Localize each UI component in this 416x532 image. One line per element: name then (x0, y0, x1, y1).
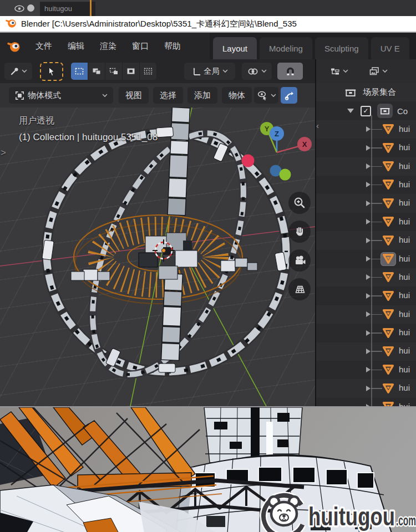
expand-arrow-icon[interactable] (366, 367, 371, 372)
tool-settings-button[interactable] (4, 63, 32, 80)
outliner-item[interactable]: hui (316, 194, 416, 212)
outliner-item-label: hui (399, 217, 410, 226)
visibility-dropdown[interactable] (254, 87, 278, 104)
outliner-item[interactable]: hui (316, 361, 416, 379)
mode-dropdown[interactable]: 物体模式 (9, 87, 113, 104)
select-mode-new[interactable] (71, 63, 88, 80)
outliner-item[interactable]: hui (316, 398, 416, 406)
expand-arrow-icon[interactable] (366, 293, 371, 299)
menu-file[interactable]: 文件 (28, 41, 60, 52)
select-mode-extend[interactable] (88, 63, 105, 80)
editor-divider[interactable] (315, 59, 316, 406)
scene-collection-row[interactable]: 场景集合 (316, 83, 416, 101)
outliner-item[interactable]: hui (316, 324, 416, 342)
tool-icon (10, 67, 19, 76)
menu-help[interactable]: 帮助 (156, 41, 189, 52)
pivot-icon (247, 67, 258, 76)
watermark-brand-text: huitugou (308, 502, 395, 531)
tab-uv-editing[interactable]: UV E (371, 37, 409, 59)
transform-orientation-button[interactable]: 全局 (184, 63, 235, 80)
viewport-canvas[interactable]: Y Z X 用户透视 (1) Collection | huitugou.535… (0, 108, 315, 406)
menu-edit[interactable]: 编辑 (60, 41, 92, 52)
expand-arrow-icon[interactable] (366, 201, 371, 206)
menu-view[interactable]: 视图 (119, 87, 149, 104)
background-window-strip: huitugou (0, 0, 416, 16)
outliner-item[interactable]: hui (316, 176, 416, 194)
toolbar-expand-arrow[interactable]: > (1, 147, 6, 158)
collection-row[interactable]: ✓ Co (316, 101, 416, 120)
outliner-filter-button[interactable] (362, 63, 394, 80)
collection-checkbox[interactable]: ✓ (361, 106, 371, 116)
chevron-down-icon (22, 69, 27, 73)
outliner-item[interactable]: hui (316, 305, 416, 324)
scene-3d-drawing: Y Z X (0, 108, 315, 406)
chevron-down-icon (102, 94, 108, 98)
outliner-item-label: hui (399, 383, 410, 392)
menu-object[interactable]: 物体 (222, 87, 252, 104)
outliner-item[interactable]: hui (316, 268, 416, 287)
tab-layout[interactable]: Layout (213, 37, 257, 59)
mesh-icon (382, 161, 394, 172)
expand-arrow-icon[interactable] (366, 256, 371, 262)
expand-arrow-icon[interactable] (366, 219, 371, 224)
chevron-down-icon (261, 69, 267, 73)
tab-modeling[interactable]: Modeling (260, 37, 312, 59)
cursor-icon (46, 66, 57, 77)
chevron-down-icon (222, 69, 228, 73)
expand-arrow-icon[interactable] (366, 330, 371, 336)
outliner-item[interactable]: hui (316, 157, 416, 176)
menu-select[interactable]: 选择 (153, 87, 183, 104)
select-mode-intersect[interactable] (140, 63, 156, 80)
outliner-item-label: hui (399, 235, 410, 244)
select-mode-invert[interactable] (123, 63, 140, 80)
expand-arrow-icon[interactable] (366, 274, 371, 280)
outliner-item[interactable]: hui (316, 120, 416, 139)
expand-arrow-icon[interactable] (366, 238, 371, 243)
mesh-icon (382, 328, 394, 339)
camera-view-button[interactable] (288, 249, 311, 272)
ortho-toggle-button[interactable] (288, 278, 311, 300)
outliner-item-label: hui (399, 309, 410, 319)
background-window-tab[interactable]: huitugou (40, 2, 95, 16)
outliner-item[interactable]: hui (316, 213, 416, 231)
axis-y-neg-ball[interactable] (280, 169, 291, 181)
outliner-item[interactable]: hui (316, 139, 416, 157)
select-mode-subtract[interactable] (105, 63, 123, 80)
expand-arrow-icon[interactable] (366, 349, 371, 354)
outliner-item[interactable]: hui (316, 287, 416, 305)
outliner-item[interactable]: hui (316, 231, 416, 249)
render-preview: huitugou .com (0, 406, 416, 532)
camera-icon (293, 254, 306, 267)
expand-arrow-icon[interactable] (366, 311, 371, 317)
outliner-item[interactable]: hui (316, 379, 416, 397)
gizmo-toggle[interactable] (281, 87, 297, 104)
disclosure-triangle-icon[interactable] (347, 109, 354, 113)
pan-button[interactable] (288, 221, 311, 243)
outliner-item[interactable]: hui (316, 342, 416, 360)
menu-render[interactable]: 渲染 (92, 41, 124, 52)
expand-arrow-icon[interactable] (366, 182, 371, 187)
expand-arrow-icon[interactable] (366, 145, 371, 151)
active-tool-select[interactable] (40, 62, 63, 81)
outliner-item-list: huihuihuihuihuihuihuihuihuihuihuihuihuih… (316, 120, 416, 406)
snap-toggle-button[interactable] (277, 63, 303, 80)
expand-arrow-icon[interactable] (366, 126, 371, 132)
zoom-button[interactable] (288, 192, 311, 214)
tab-sculpting[interactable]: Sculpting (315, 37, 368, 59)
outliner-display-mode-button[interactable] (324, 63, 354, 80)
mesh-icon (382, 142, 394, 154)
axis-x-neg-ball[interactable] (242, 155, 255, 167)
blender-menu-icon[interactable] (7, 39, 21, 55)
expand-arrow-icon[interactable] (366, 386, 371, 391)
outliner-item[interactable]: hui (316, 250, 416, 268)
topbar: 文件 编辑 渲染 窗口 帮助 Layout Modeling Sculpting… (0, 33, 416, 60)
expand-arrow-icon[interactable] (366, 163, 371, 169)
menu-window[interactable]: 窗口 (124, 41, 156, 52)
eye-icon (14, 4, 24, 14)
tree-list-icon (329, 67, 340, 76)
outliner-header (316, 59, 416, 83)
chevron-down-icon (271, 94, 276, 98)
pivot-point-button[interactable] (242, 63, 272, 80)
menu-add[interactable]: 添加 (187, 87, 217, 104)
scene-collection-label: 场景集合 (363, 87, 396, 98)
